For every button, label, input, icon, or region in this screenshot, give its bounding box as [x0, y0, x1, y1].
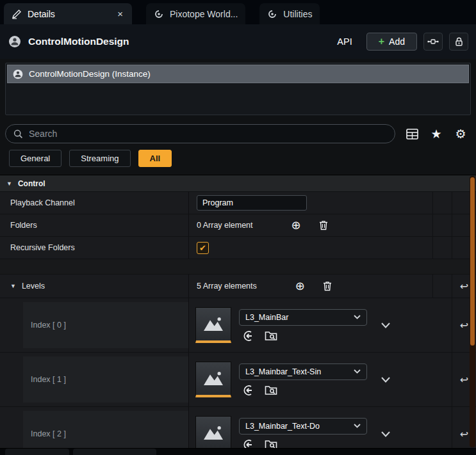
- asset-thumbnail[interactable]: [195, 416, 231, 448]
- lock-icon[interactable]: [449, 33, 468, 51]
- add-element-icon[interactable]: ⊕: [295, 280, 305, 292]
- blueprint-node-icon[interactable]: [423, 33, 443, 51]
- chevron-down-icon: [354, 315, 361, 319]
- asset-dropdown-value: L3_Mainbar_Text-Do: [245, 422, 320, 431]
- add-button-label: Add: [389, 36, 405, 47]
- details-header: ControlMotionDesign API + Add: [0, 24, 476, 59]
- asset-dropdown[interactable]: L3_Mainbar_Text-Sin: [239, 363, 367, 380]
- playback-channel-input[interactable]: [197, 195, 307, 211]
- asset-dropdown[interactable]: L3_MainBar: [239, 309, 367, 326]
- bottom-tab-sliver: [5, 449, 69, 455]
- view-options-grid-icon[interactable]: [404, 126, 420, 141]
- scrollbar-thumb[interactable]: [470, 177, 475, 346]
- asset-dropdown-value: L3_Mainbar_Text-Sin: [245, 367, 321, 376]
- level-0-index-label: Index [ 0 ]: [23, 302, 188, 348]
- levels-array-count: 5 Array elements: [197, 282, 257, 291]
- folders-array-count: 0 Array element: [197, 221, 253, 230]
- reset-to-default-icon[interactable]: ↩: [460, 428, 468, 440]
- page-title: ControlMotionDesign: [28, 36, 129, 47]
- use-selected-asset-icon[interactable]: [242, 385, 254, 396]
- level-2-index-label: Index [ 2 ]: [23, 411, 188, 448]
- recursive-folders-label: Recursive Folders: [0, 237, 189, 259]
- browse-to-asset-icon[interactable]: [265, 439, 277, 448]
- pixotope-logo-icon: [267, 9, 277, 19]
- vertical-scrollbar[interactable]: [470, 176, 475, 447]
- reset-to-default-icon[interactable]: ↩: [460, 319, 468, 331]
- trash-icon[interactable]: [323, 281, 332, 291]
- use-selected-asset-icon[interactable]: [242, 330, 254, 342]
- row-spacer: [0, 259, 476, 275]
- tab-pixotope-world[interactable]: Pixotope World...: [146, 3, 245, 24]
- level-row-2: Index [ 2 ] L3_Mainbar_Text-Do: [0, 407, 476, 448]
- pixotope-logo-icon: [154, 9, 164, 19]
- row-recursive-folders: Recursive Folders ✔: [0, 237, 476, 259]
- chevron-down-icon: [354, 424, 361, 428]
- tab-bar: Details × Pixotope World... Utilities: [0, 0, 476, 24]
- levels-label: Levels: [22, 282, 45, 291]
- browse-to-asset-icon[interactable]: [265, 385, 277, 395]
- folders-label: Folders: [0, 214, 189, 236]
- details-pencil-icon: [12, 9, 22, 19]
- chevron-down-icon[interactable]: ▼: [10, 283, 16, 289]
- category-control-label: Control: [18, 179, 45, 188]
- category-control[interactable]: ▼ Control: [0, 175, 476, 192]
- recursive-folders-checkbox[interactable]: ✔: [197, 242, 209, 254]
- close-icon[interactable]: ×: [116, 9, 124, 19]
- actor-icon: [8, 35, 22, 49]
- search-row: ★ ⚙: [0, 116, 476, 147]
- tab-utilities[interactable]: Utilities: [259, 3, 320, 24]
- filter-general-button[interactable]: General: [9, 150, 62, 167]
- trash-icon[interactable]: [319, 220, 328, 230]
- tab-details-label: Details: [28, 9, 55, 19]
- instance-list-panel: ControlMotionDesign (Instance): [5, 63, 471, 115]
- tab-pixotope-world-label: Pixotope World...: [170, 9, 238, 19]
- asset-dropdown-value: L3_MainBar: [245, 313, 288, 322]
- instance-row-label: ControlMotionDesign (Instance): [29, 69, 151, 79]
- check-icon: ✔: [199, 243, 206, 253]
- actor-icon: [12, 68, 24, 80]
- filter-row: General Streaming All: [0, 147, 476, 175]
- chevron-down-icon: [354, 369, 361, 374]
- plus-icon: +: [379, 36, 384, 47]
- filter-streaming-button[interactable]: Streaming: [69, 150, 130, 167]
- use-selected-asset-icon[interactable]: [242, 439, 254, 449]
- expand-chevron-icon[interactable]: [381, 377, 390, 383]
- row-folders: Folders 0 Array element ⊕: [0, 214, 476, 237]
- level-row-1: Index [ 1 ] L3_Mainbar_Text-Sin: [0, 353, 476, 407]
- asset-dropdown[interactable]: L3_Mainbar_Text-Do: [239, 418, 367, 435]
- add-element-icon[interactable]: ⊕: [291, 220, 301, 231]
- asset-thumbnail[interactable]: [195, 307, 231, 343]
- settings-gear-icon[interactable]: ⚙: [453, 126, 468, 141]
- tab-utilities-label: Utilities: [283, 9, 312, 19]
- expand-chevron-icon[interactable]: [381, 431, 390, 437]
- reset-to-default-icon[interactable]: ↩: [460, 280, 468, 292]
- level-1-index-label: Index [ 1 ]: [23, 356, 188, 403]
- filter-all-button[interactable]: All: [138, 150, 172, 167]
- search-box[interactable]: [5, 124, 395, 143]
- instance-row[interactable]: ControlMotionDesign (Instance): [7, 65, 469, 83]
- add-button[interactable]: + Add: [366, 33, 417, 51]
- api-button[interactable]: API: [329, 34, 359, 49]
- bottom-panel-edge: [0, 448, 476, 455]
- asset-thumbnail[interactable]: [195, 362, 231, 397]
- tab-details[interactable]: Details ×: [4, 3, 132, 24]
- level-row-0: Index [ 0 ] L3_MainBar: [0, 298, 476, 353]
- playback-channel-label: Playback Channel: [0, 192, 189, 214]
- reset-to-default-icon[interactable]: ↩: [460, 374, 468, 386]
- expand-chevron-icon[interactable]: [381, 323, 390, 328]
- favorites-star-icon[interactable]: ★: [429, 126, 444, 141]
- properties-panel: ▼ Control Playback Channel Folders 0 Arr…: [0, 175, 476, 448]
- browse-to-asset-icon[interactable]: [265, 330, 277, 341]
- search-input[interactable]: [29, 129, 387, 139]
- chevron-down-icon: ▼: [6, 180, 12, 187]
- row-playback-channel: Playback Channel: [0, 192, 476, 214]
- bottom-tab-sliver: [73, 449, 156, 455]
- row-levels: ▼ Levels 5 Array elements ⊕ ↩: [0, 275, 476, 298]
- search-icon: [13, 129, 23, 139]
